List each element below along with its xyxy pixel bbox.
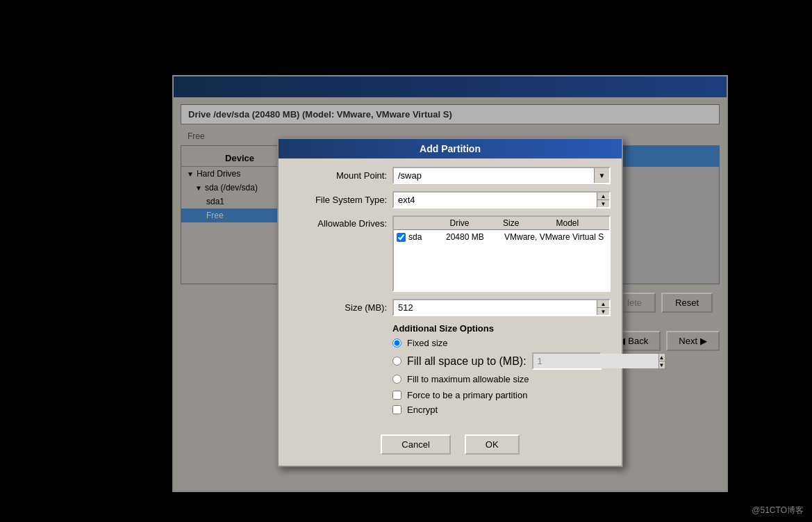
- ok-button[interactable]: OK: [465, 434, 520, 455]
- size-spinner-btns: ▲ ▼: [597, 300, 609, 315]
- encrypt-label: Encrypt: [407, 405, 438, 415]
- mount-point-label: Mount Point:: [290, 170, 387, 181]
- file-system-spinner: ▲ ▼: [597, 193, 609, 207]
- header-drive: Drive: [450, 218, 501, 228]
- fill-max-label: Fill to maximum allowable size: [407, 374, 529, 384]
- mount-point-control: ▼: [392, 167, 611, 184]
- fs-down-btn[interactable]: ▼: [597, 200, 609, 207]
- file-system-type-row: File System Type: ▲ ▼: [290, 191, 611, 209]
- dialog-overlay: Add Partition Mount Point: ▼ File System: [174, 76, 727, 491]
- add-partition-dialog: Add Partition Mount Point: ▼ File System: [277, 138, 623, 467]
- force-primary-label: Force to be a primary partition: [407, 390, 527, 400]
- fill-all-radio[interactable]: [392, 357, 401, 366]
- dialog-buttons: Cancel OK: [279, 427, 622, 466]
- header-cb: [397, 218, 447, 228]
- force-primary-row: Force to be a primary partition: [290, 390, 611, 400]
- fs-up-btn[interactable]: ▲: [597, 193, 609, 200]
- fill-all-spinner-wrap: ▲ ▼: [532, 352, 602, 370]
- encrypt-checkbox[interactable]: [392, 405, 401, 414]
- drive-name: sda: [408, 232, 443, 242]
- dialog-body: Mount Point: ▼ File System Type:: [279, 158, 622, 427]
- main-window: Drive /dev/sda (20480 MB) (Model: VMware…: [172, 75, 728, 492]
- drive-row-sda: sda 20480 MB VMware, VMware Virtual S: [394, 230, 609, 244]
- mount-point-select-wrap: ▼: [392, 167, 611, 184]
- cancel-button[interactable]: Cancel: [381, 434, 450, 455]
- watermark: @51CTO博客: [752, 505, 804, 516]
- fill-all-label: Fill all space up to (MB):: [407, 355, 527, 368]
- dialog-title: Add Partition: [279, 139, 622, 158]
- allowable-drives-label: Allowable Drives:: [290, 215, 387, 292]
- header-size: Size: [503, 218, 554, 228]
- fixed-size-row: Fixed size: [290, 338, 611, 348]
- drive-size: 20480 MB: [446, 232, 502, 242]
- encrypt-row: Encrypt: [290, 405, 611, 415]
- additional-size-title: Additional Size Options: [290, 323, 611, 334]
- allowable-drives-section: Allowable Drives: Drive Size Model sda 2…: [290, 215, 611, 292]
- header-model: Model: [556, 218, 607, 228]
- drives-table: Drive Size Model sda 20480 MB VMware, VM…: [392, 215, 611, 292]
- fixed-size-label: Fixed size: [407, 338, 448, 348]
- size-label: Size (MB):: [290, 302, 387, 313]
- fill-all-spinner-btns: ▲ ▼: [658, 354, 665, 368]
- force-primary-checkbox[interactable]: [392, 391, 401, 400]
- fill-to-max-row: Fill to maximum allowable size: [290, 374, 611, 384]
- drive-model: VMware, VMware Virtual S: [504, 232, 606, 242]
- size-spinner-wrap: ▲ ▼: [392, 299, 611, 316]
- mount-point-arrow[interactable]: ▼: [594, 168, 609, 183]
- file-system-select-wrap: ▲ ▼: [392, 191, 611, 209]
- drive-checkbox-sda[interactable]: [397, 233, 406, 242]
- fixed-size-radio[interactable]: [392, 339, 401, 348]
- mount-point-row: Mount Point: ▼: [290, 167, 611, 184]
- drives-table-header: Drive Size Model: [394, 217, 609, 230]
- fill-all-down[interactable]: ▼: [659, 361, 665, 368]
- size-input[interactable]: [394, 300, 597, 315]
- additional-size-section: Additional Size Options Fixed size Fill …: [290, 323, 611, 384]
- fill-all-row: Fill all space up to (MB): ▲ ▼: [290, 352, 611, 370]
- size-control: ▲ ▼: [392, 299, 611, 316]
- fill-all-up[interactable]: ▲: [659, 354, 665, 361]
- mount-point-input[interactable]: [394, 168, 594, 183]
- fill-all-input[interactable]: [533, 354, 658, 368]
- size-up-btn[interactable]: ▲: [597, 300, 609, 308]
- size-down-btn[interactable]: ▼: [597, 308, 609, 315]
- file-system-input[interactable]: [394, 193, 597, 207]
- file-system-type-label: File System Type:: [290, 195, 387, 205]
- size-row: Size (MB): ▲ ▼: [290, 299, 611, 316]
- fill-max-radio[interactable]: [392, 375, 401, 384]
- file-system-type-control: ▲ ▼: [392, 191, 611, 209]
